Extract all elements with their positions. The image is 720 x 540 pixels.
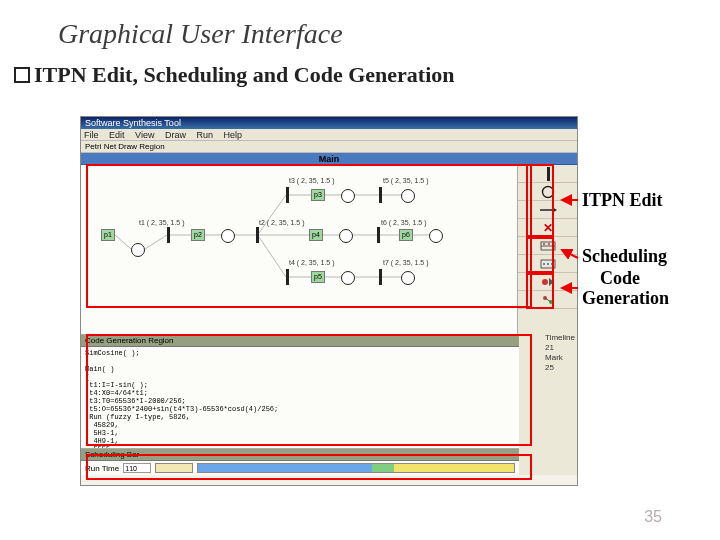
t6-label: t6 ( 2, 35, 1.5 )	[381, 219, 427, 226]
place-c1[interactable]	[131, 243, 145, 257]
svg-point-31	[551, 263, 553, 265]
transition-t3[interactable]	[286, 187, 289, 203]
t5-label: t5 ( 2, 35, 1.5 )	[383, 177, 429, 184]
svg-rect-20	[547, 167, 550, 181]
place-c5[interactable]	[341, 271, 355, 285]
menu-file[interactable]: File	[84, 130, 99, 140]
place-box-p3[interactable]: p3	[311, 189, 325, 201]
svg-line-35	[545, 298, 551, 302]
t4-label: t4 ( 2, 35, 1.5 )	[289, 259, 335, 266]
slide-title: Graphical User Interface	[0, 0, 720, 56]
svg-line-7	[259, 237, 286, 277]
app-titlebar: Software Synthesis Tool	[81, 117, 577, 129]
tool-gen-2[interactable]	[518, 291, 577, 309]
annotation-sched: Scheduling	[582, 246, 667, 266]
menu-bar[interactable]: File Edit View Draw Run Help	[81, 129, 577, 141]
t7-label: t7 ( 2, 35, 1.5 )	[383, 259, 429, 266]
slide-subhead: ITPN Edit, Scheduling and Code Generatio…	[0, 56, 720, 96]
place-c2[interactable]	[221, 229, 235, 243]
codegen-output[interactable]: SimCosine( ); Main( ) { t1:I=I-sin( ); t…	[81, 347, 519, 449]
transition-t5[interactable]	[379, 187, 382, 203]
sideinfo-v2: 25	[545, 363, 575, 373]
place-p5[interactable]	[401, 189, 415, 203]
sched-header: Scheduling Bar	[81, 449, 519, 461]
svg-point-26	[543, 243, 545, 245]
t1-label: t1 ( 2, 35, 1.5 )	[139, 219, 185, 226]
place-c4[interactable]	[339, 229, 353, 243]
place-box-p5[interactable]: p5	[311, 271, 325, 283]
sideinfo-v1: 21	[545, 343, 575, 353]
sideinfo-l1: Timeline	[545, 333, 575, 343]
sideinfo-l2: Mark	[545, 353, 575, 363]
t3-label: t3 ( 2, 35, 1.5 )	[289, 177, 335, 184]
main-area: t3 ( 2, 35, 1.5 ) p3 t5 ( 2, 35, 1.5 ) p…	[81, 165, 577, 475]
annotation-codegen-2: Generation	[582, 288, 669, 308]
gantt-seg-1	[198, 464, 372, 472]
runtime-input[interactable]	[123, 463, 151, 473]
tool-place[interactable]	[518, 183, 577, 201]
codegen-header: Code Generation Region	[81, 335, 519, 347]
page-number: 35	[644, 508, 662, 526]
runtime-label: Run Time	[85, 464, 119, 473]
svg-point-32	[542, 279, 548, 285]
app-window: Software Synthesis Tool File Edit View D…	[80, 116, 578, 486]
svg-line-5	[259, 195, 286, 233]
gantt-chart[interactable]	[197, 463, 515, 473]
sched-bar: Run Time	[81, 461, 519, 475]
bullet-box-icon	[14, 67, 30, 83]
place-p3b[interactable]	[341, 189, 355, 203]
svg-line-1	[145, 235, 167, 249]
region-label: Petri Net Draw Region	[81, 141, 577, 153]
tool-delete[interactable]: ✕	[518, 219, 577, 237]
svg-point-29	[543, 263, 545, 265]
tool-sched-1[interactable]	[518, 237, 577, 255]
transition-t4[interactable]	[286, 269, 289, 285]
tool-transition[interactable]	[518, 165, 577, 183]
t2-label: t2 ( 2, 35, 1.5 )	[259, 219, 305, 226]
transition-t2[interactable]	[256, 227, 259, 243]
menu-draw[interactable]: Draw	[165, 130, 186, 140]
petri-net-canvas[interactable]: t3 ( 2, 35, 1.5 ) p3 t5 ( 2, 35, 1.5 ) p…	[81, 165, 519, 335]
place-box-p4[interactable]: p4	[309, 229, 323, 241]
place-box-p2[interactable]: p2	[191, 229, 205, 241]
tool-arc[interactable]	[518, 201, 577, 219]
tool-sched-2[interactable]	[518, 255, 577, 273]
svg-point-21	[542, 186, 553, 197]
svg-point-27	[548, 243, 550, 245]
annotation-codegen-1: Code	[600, 268, 640, 288]
canvas-header: Main	[81, 153, 577, 165]
sched-indicator	[155, 463, 193, 473]
gantt-seg-3	[394, 464, 514, 472]
place-c6[interactable]	[429, 229, 443, 243]
tool-sidebar: ✕ Timeline 21 Mark 25	[517, 165, 577, 475]
slide-subhead-text: ITPN Edit, Scheduling and Code Generatio…	[34, 62, 455, 87]
sideinfo-block: Timeline 21 Mark 25	[545, 333, 575, 373]
menu-view[interactable]: View	[135, 130, 154, 140]
menu-edit[interactable]: Edit	[109, 130, 125, 140]
transition-t6[interactable]	[377, 227, 380, 243]
svg-marker-23	[552, 207, 557, 213]
svg-line-0	[115, 235, 131, 249]
tool-gen-1[interactable]	[518, 273, 577, 291]
transition-t1[interactable]	[167, 227, 170, 243]
menu-run[interactable]: Run	[196, 130, 213, 140]
place-box-p6[interactable]: p6	[399, 229, 413, 241]
place-c7[interactable]	[401, 271, 415, 285]
place-box-p1[interactable]: p1	[101, 229, 115, 241]
annotation-edit: ITPN Edit	[582, 190, 663, 210]
svg-point-30	[547, 263, 549, 265]
menu-help[interactable]: Help	[224, 130, 243, 140]
gantt-seg-2	[372, 464, 394, 472]
transition-t7[interactable]	[379, 269, 382, 285]
